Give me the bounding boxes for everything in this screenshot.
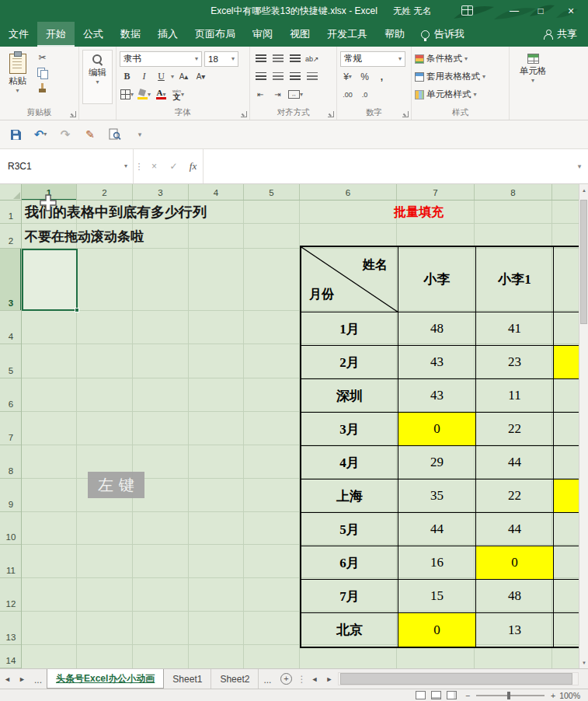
row-header-4[interactable]: 4 (0, 311, 22, 344)
table-cell[interactable]: 13 (476, 613, 554, 647)
ribbon-tab-视图[interactable]: 视图 (281, 22, 318, 47)
format-as-table-button[interactable]: 套用表格格式 ▾ (415, 68, 506, 85)
first-sheet-button[interactable]: ◄ (0, 669, 15, 689)
merge-center-button[interactable]: ↔▾ (287, 87, 304, 102)
fill-handle[interactable] (75, 308, 79, 312)
row-header-5[interactable]: 5 (0, 344, 22, 378)
select-all-corner[interactable] (0, 184, 22, 201)
hidden-tabs-left[interactable]: ... (30, 669, 47, 689)
table-cell[interactable]: 22 (476, 480, 554, 513)
table-cell[interactable]: 48 (476, 580, 554, 613)
number-format-select[interactable]: 常规 ▾ (340, 51, 405, 67)
normal-view-icon[interactable] (416, 691, 426, 699)
table-cell[interactable]: 15 (398, 580, 476, 613)
vertical-scrollbar[interactable]: ▲ ▼ (579, 184, 588, 668)
draw-button[interactable]: ✎ (82, 126, 98, 143)
table-cell[interactable]: 43 (398, 379, 476, 413)
increase-decimal-button[interactable]: .00 (340, 87, 355, 102)
sheet-tab-头条号Excel办公小动画[interactable]: 头条号Excel办公小动画 (47, 669, 164, 689)
copy-button[interactable] (35, 65, 50, 80)
ribbon-tab-插入[interactable]: 插入 (149, 22, 186, 47)
row-header-3[interactable]: 3 (0, 249, 22, 311)
table-cell[interactable] (554, 413, 579, 446)
formula-bar-drag-handle[interactable]: ⋮ (134, 162, 144, 172)
clipboard-dialog-launcher-icon[interactable] (70, 111, 76, 117)
ribbon-tab-开发工具[interactable]: 开发工具 (318, 22, 376, 47)
selected-cell[interactable] (22, 249, 78, 311)
row-header-9[interactable]: 9 (0, 479, 22, 512)
table-row-label[interactable]: 北京 (301, 613, 398, 647)
table-cell[interactable] (554, 379, 579, 413)
new-sheet-button[interactable]: + (276, 669, 296, 689)
fill-color-button[interactable]: ▾ (137, 87, 151, 102)
table-cell[interactable] (554, 613, 579, 647)
confirm-entry-button[interactable]: ✓ (164, 149, 183, 183)
number-dialog-launcher-icon[interactable] (402, 111, 409, 117)
table-row-label[interactable]: 2月 (301, 346, 398, 379)
zoom-out-button[interactable]: − (462, 691, 473, 700)
table-cell[interactable]: 23 (476, 346, 554, 379)
zoom-in-button[interactable]: + (548, 691, 558, 700)
page-layout-view-icon[interactable] (431, 691, 441, 699)
font-name-select[interactable]: 隶书 ▾ (120, 51, 202, 67)
next-sheet-button[interactable]: ► (15, 669, 30, 689)
ribbon-tab-页面布局[interactable]: 页面布局 (186, 22, 244, 47)
paste-button[interactable]: 粘贴 ▾ (3, 50, 32, 104)
paste-dropdown-icon[interactable]: ▾ (16, 89, 19, 93)
decrease-font-button[interactable]: A▾ (193, 69, 208, 84)
sheet-tab-Sheet2[interactable]: Sheet2 (211, 669, 259, 689)
save-button[interactable] (8, 126, 23, 143)
row-header-10[interactable]: 10 (0, 512, 22, 545)
undo-button[interactable]: ↶▾ (33, 126, 48, 143)
table-cell[interactable] (554, 580, 579, 613)
italic-button[interactable]: I (137, 69, 151, 84)
percent-format-button[interactable]: % (357, 69, 372, 84)
row-header-12[interactable]: 12 (0, 578, 22, 612)
row-header-1[interactable]: 1 (0, 201, 22, 224)
ribbon-tab-公式[interactable]: 公式 (75, 22, 112, 47)
table-row-label[interactable]: 6月 (301, 546, 398, 580)
column-header-6[interactable]: 6 (300, 184, 397, 201)
increase-font-button[interactable]: A▴ (176, 69, 191, 84)
ribbon-tab-帮助[interactable]: 帮助 (376, 22, 413, 47)
column-header-5[interactable]: 5 (244, 184, 300, 201)
table-row-label[interactable]: 深圳 (301, 379, 398, 413)
ribbon-tab-文件[interactable]: 文件 (0, 22, 37, 47)
zoom-slider-thumb[interactable] (507, 692, 510, 699)
row-header-2[interactable]: 2 (0, 224, 22, 249)
table-row-label[interactable]: 1月 (301, 312, 398, 346)
edit-button[interactable]: 编辑 ▾ (82, 50, 113, 104)
align-right-button[interactable] (287, 69, 302, 84)
cell-styles-button[interactable]: 单元格样式 ▾ (415, 85, 506, 103)
table-cell[interactable]: 11 (476, 379, 554, 413)
decrease-decimal-button[interactable]: .0 (357, 87, 372, 102)
table-cell[interactable]: 44 (476, 446, 554, 480)
table-cell[interactable]: 0 (398, 413, 476, 446)
conditional-format-button[interactable]: 条件格式 ▾ (415, 50, 506, 68)
scroll-left-icon[interactable]: ◄ (307, 669, 322, 689)
wrap-text-button[interactable] (304, 69, 319, 84)
column-header-7[interactable]: 7 (397, 184, 475, 201)
borders-button[interactable]: ▾ (120, 87, 134, 102)
table-cell[interactable]: 44 (398, 513, 476, 546)
table-row-label[interactable]: 3月 (301, 413, 398, 446)
cut-button[interactable]: ✂ (35, 50, 50, 65)
ribbon-tab-审阅[interactable]: 审阅 (244, 22, 281, 47)
scroll-up-icon[interactable]: ▲ (579, 184, 588, 196)
zoom-level[interactable]: 100% (558, 691, 588, 700)
insert-function-button[interactable]: fx (183, 149, 203, 183)
table-cell[interactable]: 0 (398, 613, 476, 647)
zoom-slider[interactable] (476, 695, 545, 696)
table-col-header[interactable] (554, 247, 579, 312)
decrease-indent-button[interactable]: ⇤ (253, 87, 268, 102)
table-cell[interactable] (554, 346, 579, 379)
tell-me-button[interactable]: 告诉我 (413, 22, 472, 47)
ribbon-tab-数据[interactable]: 数据 (112, 22, 149, 47)
share-button[interactable]: 共享 (532, 22, 588, 47)
scroll-down-icon[interactable]: ▼ (579, 657, 588, 668)
formula-input[interactable] (203, 149, 571, 183)
table-cell[interactable]: 16 (398, 546, 476, 580)
phonetic-guide-button[interactable]: wén文 ▾ (171, 87, 186, 102)
comma-format-button[interactable]: , (374, 69, 389, 84)
increase-indent-button[interactable]: ⇥ (270, 87, 285, 102)
